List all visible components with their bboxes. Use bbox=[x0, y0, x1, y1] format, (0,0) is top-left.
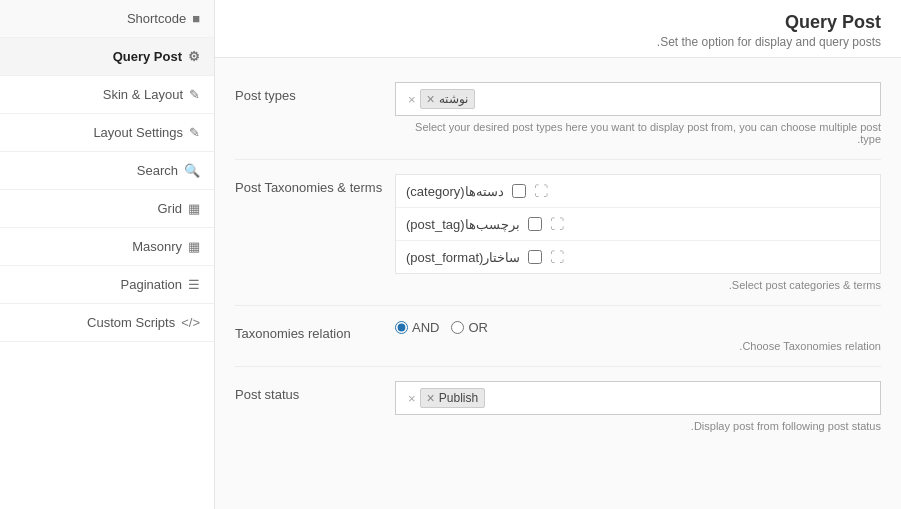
sidebar-item-search[interactable]: Search 🔍 bbox=[0, 152, 214, 190]
custom-scripts-icon: </> bbox=[181, 315, 200, 330]
taxonomy-checkbox-post-tag[interactable] bbox=[528, 217, 542, 231]
pagination-icon: ☰ bbox=[188, 277, 200, 292]
taxonomy-item-post-tag: ⛶ برچسب‌ها(post_tag) bbox=[396, 208, 880, 241]
post-types-hint: Select your desired post types here you … bbox=[395, 121, 881, 145]
post-types-input[interactable]: نوشته × × bbox=[395, 82, 881, 116]
post-types-row: Post types نوشته × × Select your desired… bbox=[235, 68, 881, 160]
expand-post-format-icon[interactable]: ⛶ bbox=[550, 249, 564, 265]
section-header: Query Post Set the option for display an… bbox=[215, 0, 901, 58]
shortcode-label: Shortcode bbox=[127, 11, 186, 26]
layout-settings-label: Layout Settings bbox=[93, 125, 183, 140]
post-status-label: Post status bbox=[235, 381, 395, 402]
expand-post-tag-icon[interactable]: ⛶ bbox=[550, 216, 564, 232]
taxonomies-relation-label: Taxonomies relation bbox=[235, 320, 395, 341]
radio-or: OR bbox=[451, 320, 488, 335]
taxonomy-list: ⛶ دسته‌ها(category) ⛶ برچسب‌ها(post_tag)… bbox=[395, 174, 881, 274]
taxonomy-item-post-format: ⛶ ساختار(post_format) bbox=[396, 241, 880, 273]
radio-and: AND bbox=[395, 320, 439, 335]
sidebar: Shortcode ■ Query Post ⚙ Skin & Layout ✎… bbox=[0, 0, 215, 509]
radio-and-input[interactable] bbox=[395, 321, 408, 334]
post-status-tag: Publish × bbox=[420, 388, 486, 408]
search-label: Search bbox=[137, 163, 178, 178]
post-taxonomies-hint: Select post categories & terms. bbox=[395, 279, 881, 291]
masonry-label: Masonry bbox=[132, 239, 182, 254]
post-status-tag-remove[interactable]: × bbox=[427, 391, 435, 405]
layout-settings-icon: ✎ bbox=[189, 125, 200, 140]
form-area: Post types نوشته × × Select your desired… bbox=[215, 58, 901, 456]
grid-icon: ▦ bbox=[188, 201, 200, 216]
sidebar-item-shortcode[interactable]: Shortcode ■ bbox=[0, 0, 214, 38]
post-taxonomies-row: Post Taxonomies & terms ⛶ دسته‌ها(catego… bbox=[235, 160, 881, 306]
taxonomy-label-post-format: ساختار(post_format) bbox=[406, 250, 520, 265]
expand-category-icon[interactable]: ⛶ bbox=[534, 183, 548, 199]
post-status-content: Publish × × Display post from following … bbox=[395, 381, 881, 432]
post-taxonomies-content: ⛶ دسته‌ها(category) ⛶ برچسب‌ها(post_tag)… bbox=[395, 174, 881, 291]
post-status-tag-label: Publish bbox=[439, 391, 478, 405]
radio-or-label: OR bbox=[468, 320, 488, 335]
search-icon: 🔍 bbox=[184, 163, 200, 178]
masonry-icon: ▦ bbox=[188, 239, 200, 254]
skin-layout-icon: ✎ bbox=[189, 87, 200, 102]
query-post-icon: ⚙ bbox=[188, 49, 200, 64]
post-type-tag-label: نوشته bbox=[439, 92, 468, 106]
section-subtitle: Set the option for display and query pos… bbox=[235, 35, 881, 49]
taxonomies-relation-content: OR AND Choose Taxonomies relation. bbox=[395, 320, 881, 352]
post-type-tag-remove[interactable]: × bbox=[427, 92, 435, 106]
sidebar-item-grid[interactable]: Grid ▦ bbox=[0, 190, 214, 228]
section-title: Query Post bbox=[235, 12, 881, 33]
post-status-input[interactable]: Publish × × bbox=[395, 381, 881, 415]
post-types-label: Post types bbox=[235, 82, 395, 103]
post-types-content: نوشته × × Select your desired post types… bbox=[395, 82, 881, 145]
query-post-label: Query Post bbox=[113, 49, 182, 64]
taxonomy-checkbox-category[interactable] bbox=[512, 184, 526, 198]
sidebar-item-skin-layout[interactable]: Skin & Layout ✎ bbox=[0, 76, 214, 114]
post-status-row: Post status Publish × × Display post fro… bbox=[235, 367, 881, 446]
taxonomy-label-post-tag: برچسب‌ها(post_tag) bbox=[406, 217, 520, 232]
sidebar-item-pagination[interactable]: Pagination ☰ bbox=[0, 266, 214, 304]
post-status-hint: Display post from following post status. bbox=[395, 420, 881, 432]
taxonomies-relation-row: Taxonomies relation OR AND Choose Taxono… bbox=[235, 306, 881, 367]
radio-group: OR AND bbox=[395, 320, 881, 335]
taxonomy-item-category: ⛶ دسته‌ها(category) bbox=[396, 175, 880, 208]
radio-or-input[interactable] bbox=[451, 321, 464, 334]
sidebar-item-query-post[interactable]: Query Post ⚙ bbox=[0, 38, 214, 76]
skin-layout-label: Skin & Layout bbox=[103, 87, 183, 102]
sidebar-item-masonry[interactable]: Masonry ▦ bbox=[0, 228, 214, 266]
main-content: Query Post Set the option for display an… bbox=[215, 0, 901, 509]
radio-and-label: AND bbox=[412, 320, 439, 335]
custom-scripts-label: Custom Scripts bbox=[87, 315, 175, 330]
post-types-clear[interactable]: × bbox=[408, 92, 416, 107]
taxonomies-relation-hint: Choose Taxonomies relation. bbox=[395, 340, 881, 352]
grid-label: Grid bbox=[157, 201, 182, 216]
sidebar-item-layout-settings[interactable]: Layout Settings ✎ bbox=[0, 114, 214, 152]
post-status-clear[interactable]: × bbox=[408, 391, 416, 406]
shortcode-icon: ■ bbox=[192, 11, 200, 26]
taxonomy-label-category: دسته‌ها(category) bbox=[406, 184, 504, 199]
pagination-label: Pagination bbox=[121, 277, 182, 292]
taxonomy-checkbox-post-format[interactable] bbox=[528, 250, 542, 264]
post-type-tag: نوشته × bbox=[420, 89, 475, 109]
sidebar-item-custom-scripts[interactable]: Custom Scripts </> bbox=[0, 304, 214, 342]
post-taxonomies-label: Post Taxonomies & terms bbox=[235, 174, 395, 195]
